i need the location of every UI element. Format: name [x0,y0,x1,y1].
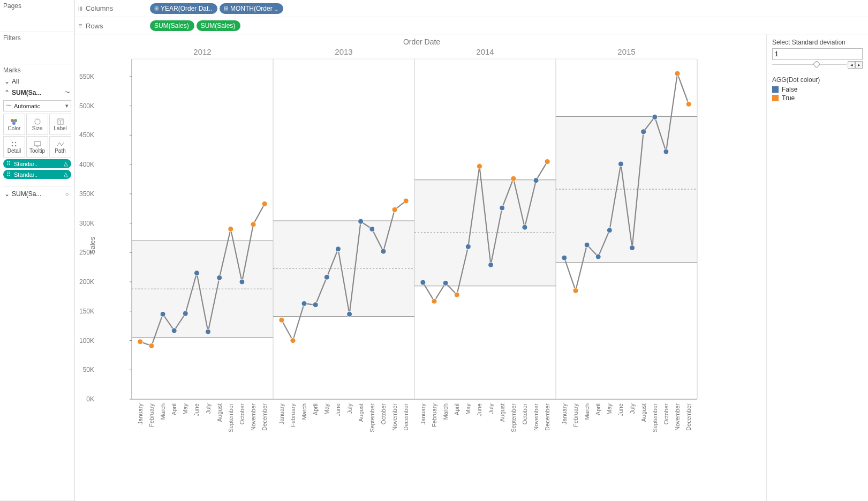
svg-point-40 [239,279,245,285]
slider-prev-button[interactable]: ◂ [848,61,855,69]
legend-label: False [782,86,797,93]
svg-point-85 [595,254,601,259]
detail-icon [10,140,19,148]
month-label: April [171,403,177,415]
svg-point-56 [369,227,375,232]
filters-label: Filters [3,34,21,42]
pill-sum-sales-2[interactable]: SUM(Sales) [197,20,241,31]
svg-rect-10 [34,141,41,146]
svg-point-49 [290,338,296,343]
month-label: July [629,403,636,414]
month-label: March [301,403,307,420]
svg-point-41 [251,222,256,227]
parameter-input[interactable] [772,48,863,60]
svg-point-92 [675,71,680,76]
month-label: April [454,403,460,415]
pages-shelf[interactable]: Pages [0,0,74,32]
parameter-slider[interactable]: ◂ ▸ [772,60,863,70]
y-tick-label: 550K [79,73,94,80]
month-label: November [533,403,539,431]
rows-shelf[interactable]: ≡ Rows SUM(Sales) SUM(Sales) [75,17,868,34]
svg-point-42 [262,201,267,206]
marks-detail-button[interactable]: Detail [3,136,25,158]
month-label: July [488,403,494,414]
month-label: August [499,403,505,422]
svg-point-9 [14,145,16,146]
marks-path-button[interactable]: Path [49,136,71,158]
month-label: June [617,403,624,416]
svg-point-31 [138,339,143,345]
svg-point-6 [11,141,13,143]
mark-type-select[interactable]: 〜 Automatic ▾ [3,100,71,111]
y-tick-label: 400K [79,161,94,168]
marks-size-button[interactable]: Size [26,114,48,135]
month-label: December [261,403,268,431]
svg-point-7 [14,141,16,143]
marks-tooltip-button[interactable]: Tooltip [26,136,48,158]
svg-point-71 [488,262,494,267]
color-icon [10,118,19,125]
month-label: February [290,403,296,427]
month-label: July [205,403,212,414]
svg-point-36 [194,271,199,276]
month-label: January [420,403,426,424]
marks-label-button[interactable]: T Label [49,114,71,135]
detail-pill-standard-1[interactable]: ⠿ Standar.. △ [3,159,71,168]
month-label: January [278,403,285,424]
chart-canvas[interactable]: Sales 0K50K100K150K200K250K300K350K400K4… [99,47,698,444]
line-icon: 〜 [64,88,70,96]
svg-point-90 [652,114,658,119]
parameter-title: Select Standard deviation [772,39,863,46]
svg-point-73 [511,176,516,181]
svg-text:T: T [59,119,62,125]
y-tick-label: 100K [79,337,94,345]
pill-year[interactable]: ⊞YEAR(Order Dat.. [150,3,217,14]
month-label: April [312,403,319,415]
svg-point-84 [584,242,590,248]
svg-point-51 [313,302,318,308]
year-header: 2014 [476,47,494,56]
legend-entry[interactable]: False [772,86,863,93]
marks-all[interactable]: ⌄ All [3,76,71,87]
month-label: November [250,403,256,431]
month-label: March [160,403,166,420]
legend-panel: Select Standard deviation ◂ ▸ AGG(Dot co… [766,34,868,501]
path-icon [56,140,65,148]
circle-icon: ○ [64,191,70,197]
marks-color-button[interactable]: Color [3,114,25,135]
svg-point-57 [381,249,386,254]
pill-month[interactable]: ⊞MONTH(Order .. [220,3,283,14]
svg-point-59 [403,198,409,204]
month-label: January [561,403,568,424]
slider-next-button[interactable]: ▸ [855,61,863,69]
y-tick-label: 350K [79,190,94,198]
svg-point-33 [160,311,165,317]
svg-point-88 [630,245,635,251]
rows-icon: ≡ [75,22,86,29]
year-header: 2012 [193,47,211,56]
month-label: October [239,403,245,424]
columns-shelf[interactable]: iii Columns ⊞YEAR(Order Dat.. ⊞MONTH(Ord… [75,0,868,17]
detail-pill-standard-2[interactable]: ⠿ Standar.. △ [3,170,71,179]
chevron-down-icon: ⌄ [4,190,10,198]
shelves: iii Columns ⊞YEAR(Order Dat.. ⊞MONTH(Ord… [75,0,868,34]
marks-layer-b[interactable]: ⌄ SUM(Sa... ○ [3,186,71,199]
svg-point-1 [14,119,17,122]
svg-point-53 [335,246,341,252]
filters-shelf[interactable]: Filters [0,32,74,64]
month-label: December [403,403,409,431]
month-label: August [216,403,223,422]
chevron-down-icon: ⌄ [4,78,10,85]
legend-entry[interactable]: True [772,94,863,102]
svg-point-91 [663,149,669,154]
month-label: September [228,403,234,432]
slider-thumb[interactable] [813,61,820,68]
month-label: May [465,403,471,415]
pill-sum-sales-1[interactable]: SUM(Sales) [150,20,194,31]
month-label: October [380,403,387,424]
delta-icon: △ [64,171,68,177]
marks-layer-a[interactable]: ⌃ SUM(Sa... 〜 [3,87,71,98]
detail-icon: ⠿ [6,171,14,178]
year-header: 2015 [617,47,635,56]
svg-rect-78 [556,116,697,263]
